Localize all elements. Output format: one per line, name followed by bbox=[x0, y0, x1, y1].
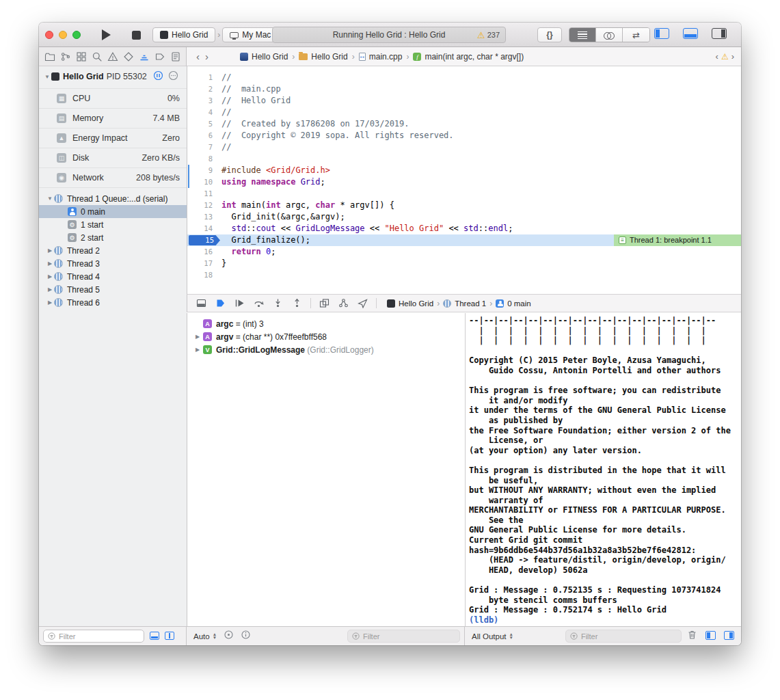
toggle-debug-area-button[interactable] bbox=[683, 28, 698, 42]
line-number[interactable]: 1 bbox=[187, 72, 216, 83]
code-line-14[interactable]: 14 std::cout << GridLogMessage << "Hello… bbox=[187, 223, 741, 234]
toggle-variables-view-button[interactable] bbox=[705, 630, 716, 643]
code-line-1[interactable]: 1// bbox=[187, 72, 741, 83]
code-line-3[interactable]: 3// Hello Grid bbox=[187, 95, 741, 107]
line-number[interactable]: 9 bbox=[187, 165, 216, 176]
issue-navigator-tab[interactable] bbox=[105, 49, 120, 65]
process-info-button[interactable] bbox=[168, 70, 178, 83]
issue-warning-icon[interactable]: ⚠ bbox=[721, 53, 729, 61]
code-line-11[interactable]: 11 bbox=[187, 188, 741, 200]
step-over-button[interactable] bbox=[253, 297, 265, 309]
console-filter-field[interactable] bbox=[565, 630, 682, 643]
back-button[interactable]: ‹ bbox=[193, 51, 202, 62]
disclosure-triangle-icon[interactable]: ▼ bbox=[46, 196, 54, 202]
line-number[interactable]: 17 bbox=[187, 258, 216, 269]
code-line-10[interactable]: 10using namespace Grid; bbox=[187, 176, 741, 188]
variable-row[interactable]: ▶Aargv = (char **) 0x7ffeefbff568 bbox=[187, 330, 465, 343]
thread-row[interactable]: ▶Thread 4 bbox=[39, 270, 187, 283]
stack-frame-row[interactable]: ⚙2 start bbox=[39, 231, 187, 244]
continue-button[interactable] bbox=[234, 297, 245, 309]
report-navigator-tab[interactable] bbox=[167, 49, 183, 65]
jumpbar-item-project[interactable]: Hello Grid bbox=[240, 52, 288, 62]
disclosure-triangle-icon[interactable]: ▶ bbox=[46, 260, 54, 267]
code-line-2[interactable]: 2// main.cpp bbox=[187, 83, 741, 95]
quick-look-button[interactable] bbox=[224, 630, 234, 643]
navigator-filter-field[interactable] bbox=[43, 630, 144, 643]
debug-crumb-app[interactable]: Hello Grid bbox=[387, 299, 433, 308]
clear-console-button[interactable] bbox=[687, 630, 697, 643]
zoom-button[interactable] bbox=[72, 31, 81, 39]
code-line-17[interactable]: 17} bbox=[187, 258, 741, 269]
debug-navigator-tab[interactable] bbox=[136, 49, 152, 65]
scheme-target-button[interactable]: Hello Grid bbox=[152, 27, 215, 42]
code-line-18[interactable]: 18 bbox=[187, 269, 741, 281]
hide-debug-area-button[interactable] bbox=[196, 297, 207, 309]
line-number[interactable]: 12 bbox=[187, 200, 216, 211]
line-number[interactable]: 16 bbox=[187, 246, 216, 258]
thread-row[interactable]: ▶Thread 3 bbox=[39, 257, 187, 270]
debug-crumb-thread[interactable]: Thread 1 bbox=[443, 299, 486, 308]
line-number[interactable]: 10 bbox=[187, 176, 216, 188]
line-number[interactable]: 18 bbox=[187, 269, 216, 281]
stop-button[interactable] bbox=[128, 27, 144, 42]
step-into-button[interactable] bbox=[272, 297, 284, 309]
code-line-15[interactable]: 15 Grid_finalize();≡Thread 1: breakpoint… bbox=[187, 234, 741, 246]
lldb-prompt[interactable]: (lldb) bbox=[469, 615, 741, 625]
variables-filter-field[interactable] bbox=[347, 630, 460, 643]
breakpoint-navigator-tab[interactable] bbox=[152, 49, 167, 65]
code-line-6[interactable]: 6// Copyright © 2019 sopa. All rights re… bbox=[187, 130, 741, 142]
line-number[interactable]: 15 bbox=[187, 234, 216, 246]
disclosure-triangle-icon[interactable]: ▶ bbox=[46, 247, 54, 254]
close-button[interactable] bbox=[45, 31, 53, 39]
source-editor[interactable]: 1//2// main.cpp3// Hello Grid4//5// Crea… bbox=[187, 66, 741, 294]
variables-view[interactable]: Aargc = (int) 3▶Aargv = (char **) 0x7ffe… bbox=[187, 313, 465, 626]
previous-issue-button[interactable]: ‹ bbox=[714, 52, 720, 61]
standard-editor-button[interactable] bbox=[569, 28, 596, 42]
disclosure-triangle-icon[interactable]: ▶ bbox=[193, 347, 202, 353]
simulate-location-button[interactable] bbox=[357, 297, 368, 309]
code-line-16[interactable]: 16 return 0; bbox=[187, 246, 741, 258]
line-number[interactable]: 8 bbox=[187, 153, 216, 165]
debug-view-hierarchy-button[interactable] bbox=[319, 297, 330, 309]
breakpoint-marker[interactable]: 15 bbox=[189, 235, 220, 245]
gauge-row-memory[interactable]: ▤Memory7.4 MB bbox=[39, 109, 187, 129]
minimize-button[interactable] bbox=[59, 31, 67, 39]
thread-row[interactable]: ▶Thread 5 bbox=[39, 283, 187, 296]
breakpoints-toggle-button[interactable] bbox=[215, 297, 226, 309]
line-number[interactable]: 4 bbox=[187, 107, 216, 118]
console-output[interactable]: --|--|--|--|--|--|--|--|--|--|--|--|--|-… bbox=[465, 313, 741, 626]
code-line-8[interactable]: 8 bbox=[187, 153, 741, 165]
gauge-row-network[interactable]: ◉Network208 bytes/s bbox=[39, 168, 187, 188]
jumpbar-item-folder[interactable]: Hello Grid bbox=[299, 52, 347, 62]
line-number[interactable]: 2 bbox=[187, 83, 216, 95]
line-number[interactable]: 7 bbox=[187, 142, 216, 153]
disclosure-triangle-icon[interactable]: ▶ bbox=[46, 286, 54, 293]
assistant-editor-button[interactable] bbox=[596, 28, 623, 42]
memory-graph-button[interactable] bbox=[338, 297, 349, 309]
debug-crumb-person[interactable]: 0 main bbox=[496, 299, 531, 308]
thread-row[interactable]: ▼Thread 1 Queue:...d (serial) bbox=[39, 192, 187, 205]
disclosure-triangle-icon[interactable]: ▶ bbox=[46, 299, 54, 306]
line-number[interactable]: 13 bbox=[187, 211, 216, 223]
step-out-button[interactable] bbox=[291, 297, 303, 309]
warning-badge[interactable]: ⚠ 237 bbox=[477, 27, 500, 42]
toggle-console-view-button[interactable] bbox=[724, 630, 734, 643]
process-row[interactable]: ▼ Hello Grid PID 55302 bbox=[39, 69, 187, 84]
forward-button[interactable]: › bbox=[202, 51, 211, 62]
toggle-navigator-button[interactable] bbox=[654, 28, 669, 42]
scheme-destination-button[interactable]: My Mac bbox=[222, 27, 278, 42]
library-button[interactable]: {} bbox=[537, 27, 562, 42]
gauge-row-disk[interactable]: ◫DiskZero KB/s bbox=[39, 148, 187, 168]
console-filter-input[interactable] bbox=[581, 632, 677, 641]
disclosure-triangle-icon[interactable]: ▶ bbox=[193, 334, 202, 340]
variables-filter-input[interactable] bbox=[363, 632, 455, 641]
line-number[interactable]: 14 bbox=[187, 223, 216, 234]
line-number[interactable]: 11 bbox=[187, 188, 216, 200]
info-button[interactable] bbox=[241, 630, 251, 643]
code-line-12[interactable]: 12int main(int argc, char * argv[]) { bbox=[187, 200, 741, 211]
symbol-navigator-tab[interactable] bbox=[73, 49, 89, 65]
source-control-navigator-tab[interactable] bbox=[57, 49, 73, 65]
jumpbar-item-function[interactable]: fmain(int argc, char * argv[]) bbox=[413, 52, 524, 62]
gauge-row-energy[interactable]: ▲Energy ImpactZero bbox=[39, 129, 187, 148]
gauge-row-cpu[interactable]: ▦CPU0% bbox=[39, 89, 187, 109]
